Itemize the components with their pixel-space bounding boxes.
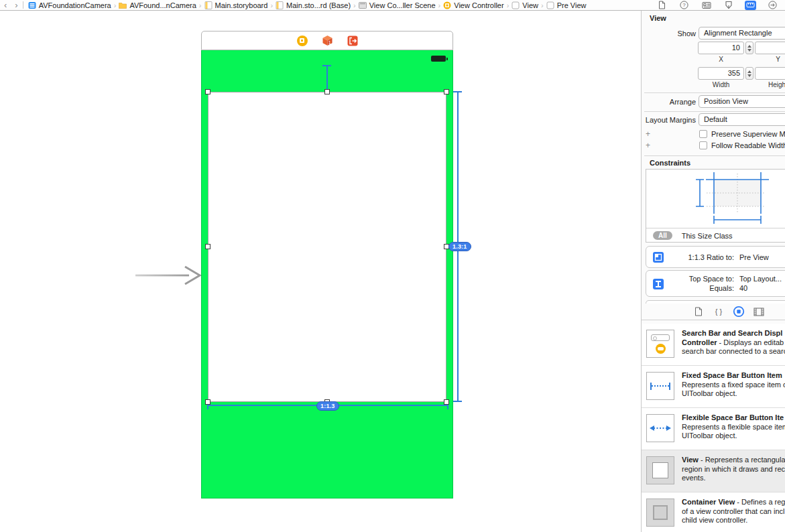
library-item-text: Container View - Defines a reg of a view… [682, 498, 785, 525]
height-constraint-cap-top [453, 91, 462, 92]
y-field[interactable] [755, 42, 785, 54]
status-bar-battery-icon [431, 56, 446, 62]
stepper-down-icon [747, 74, 751, 77]
view-controller-icon[interactable] [297, 36, 308, 46]
view-icon [546, 1, 554, 9]
fixed-space-icon [646, 372, 674, 400]
library-item-text: Search Bar and Search Displ Controller -… [682, 329, 785, 356]
breadcrumb-item-storyboard-base[interactable]: Main.sto...rd (Base) [276, 1, 351, 9]
svg-text:1: 1 [328, 40, 330, 45]
breadcrumb-label: Main.sto...rd (Base) [286, 1, 351, 9]
x-field[interactable]: 10 [698, 42, 744, 54]
constraint-value: Pre View [739, 253, 769, 262]
library-tab-bar: { } [642, 304, 785, 320]
top-space-constraint-icon [653, 279, 664, 289]
show-dropdown[interactable]: Alignment Rectangle [699, 27, 785, 40]
first-responder-cube-icon[interactable]: 1 [322, 35, 333, 46]
breadcrumb-separator: › [438, 1, 441, 9]
preserve-superview-margins-checkbox[interactable] [699, 130, 707, 138]
file-inspector-icon[interactable] [656, 1, 668, 10]
aspect-ratio-badge-right[interactable]: 1.3:1 [448, 242, 471, 251]
code-snippets-library-icon[interactable]: { } [713, 306, 725, 318]
library-item-text: Fixed Space Bar Button Item Represents a… [682, 371, 785, 399]
top-space-constraint-cap [322, 65, 331, 66]
media-library-icon[interactable] [753, 306, 765, 318]
storyboard-entry-arrow[interactable] [135, 265, 202, 285]
constraint-label: 1:1.3 Ratio to: [666, 253, 734, 262]
breadcrumb-item-view-controller[interactable]: View Controller [443, 1, 503, 9]
breadcrumb-separator: › [353, 1, 356, 9]
project-icon [28, 1, 36, 9]
selection-handle-bottom-left[interactable] [205, 399, 210, 405]
constraint-label: Equals: [666, 283, 734, 293]
breadcrumb-label: Pre View [557, 1, 587, 9]
library-item-container-view[interactable]: Container View - Defines a reg of a view… [642, 492, 785, 532]
object-library-icon[interactable] [733, 306, 745, 318]
top-space-constraint-line[interactable] [326, 66, 328, 92]
selection-handle-top-right[interactable] [444, 89, 449, 94]
breadcrumb-item-group[interactable]: AVFound...nCamera [119, 1, 196, 9]
selection-handle-bottom-right[interactable] [444, 399, 449, 405]
constraint-item-top-space[interactable]: Top Space to:Top Layout... Equals:40 [646, 270, 785, 297]
controller-coin-glyph [656, 344, 666, 354]
width-stepper[interactable] [745, 67, 753, 80]
flexible-space-icon [646, 414, 674, 442]
breadcrumb-item-project[interactable]: AVFoundationCamera [28, 1, 111, 9]
library-item-view[interactable]: View - Represents a rectangular region i… [642, 450, 785, 492]
svg-text:{ }: { } [715, 308, 723, 316]
height-label: Height [755, 81, 785, 88]
x-stepper[interactable] [745, 42, 753, 54]
library-item-flexible-space[interactable]: Flexible Space Bar Button Ite Represents… [642, 408, 785, 450]
breadcrumb-item-view[interactable]: View [511, 1, 538, 9]
width-field[interactable]: 355 [698, 67, 744, 80]
layout-margins-label: Layout Margins [642, 116, 696, 124]
xcode-window: ‹ › AVFoundationCamera › AVFound...nCame… [0, 0, 785, 532]
file-templates-library-icon[interactable] [692, 306, 705, 318]
exit-icon[interactable] [347, 36, 358, 46]
size-inspector-icon[interactable] [745, 1, 756, 10]
follow-readable-width-checkbox[interactable] [699, 141, 707, 149]
attributes-inspector-icon[interactable] [723, 1, 734, 10]
identity-inspector-icon[interactable] [701, 1, 712, 10]
breadcrumb-separator: › [541, 1, 544, 9]
preserve-superview-margins-label: Preserve Superview M [711, 130, 785, 138]
height-field[interactable] [755, 67, 785, 80]
plus-glyph: + [646, 129, 650, 139]
breadcrumb-label: View [522, 1, 538, 9]
arrange-label: Arrange [642, 98, 696, 106]
constraint-label: Top Space to: [666, 274, 734, 283]
connections-inspector-icon[interactable] [767, 1, 778, 10]
search-bar-controller-icon [646, 330, 674, 358]
breadcrumb-item-pre-view[interactable]: Pre View [546, 1, 587, 9]
aspect-ratio-badge-bottom[interactable]: 1:1.3 [316, 401, 339, 411]
breadcrumb-label: View Co...ller Scene [369, 1, 436, 9]
view-controller-icon [443, 1, 451, 9]
constraint-item-ratio[interactable]: 1:1.3 Ratio to:Pre View [646, 246, 785, 268]
library-item-fixed-space[interactable]: Fixed Space Bar Button Item Represents a… [642, 366, 785, 408]
stepper-up-icon [747, 70, 751, 73]
height-constraint-cap-bottom [453, 401, 462, 402]
stepper-up-icon [747, 45, 751, 48]
selection-handle-top-left[interactable] [205, 89, 210, 94]
back-button[interactable]: ‹ [0, 1, 11, 10]
view-object-icon [646, 456, 674, 484]
quick-help-inspector-icon[interactable]: ? [678, 1, 690, 10]
storyboard-file-icon [276, 1, 284, 9]
breadcrumb-item-scene[interactable]: View Co...ller Scene [359, 1, 436, 9]
breadcrumb-item-storyboard[interactable]: Main.storyboard [204, 1, 268, 9]
constraint-value: 40 [739, 283, 747, 293]
inspector-selector-bar: ? [656, 1, 785, 10]
plus-glyph: + [646, 141, 650, 150]
constraints-diagram[interactable] [646, 170, 785, 228]
pre-view[interactable] [208, 92, 446, 402]
breadcrumb-label: Main.storyboard [215, 1, 268, 9]
size-class-all-badge[interactable]: All [653, 231, 672, 240]
arrange-dropdown[interactable]: Position View [699, 95, 785, 108]
library-item-text: Flexible Space Bar Button Ite Represents… [682, 413, 785, 441]
selection-handle-top-mid[interactable] [324, 89, 330, 94]
selection-handle-mid-left[interactable] [205, 244, 210, 249]
search-field-glyph [651, 334, 670, 341]
layout-margins-dropdown[interactable]: Default [699, 113, 785, 126]
forward-button[interactable]: › [11, 1, 21, 10]
library-item-search-bar-controller[interactable]: Search Bar and Search Displ Controller -… [642, 324, 785, 366]
